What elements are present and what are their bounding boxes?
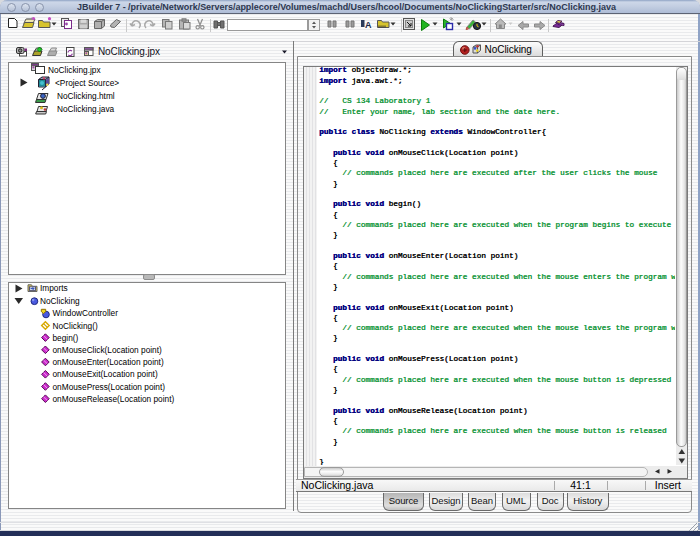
svg-text:A: A: [365, 20, 372, 30]
